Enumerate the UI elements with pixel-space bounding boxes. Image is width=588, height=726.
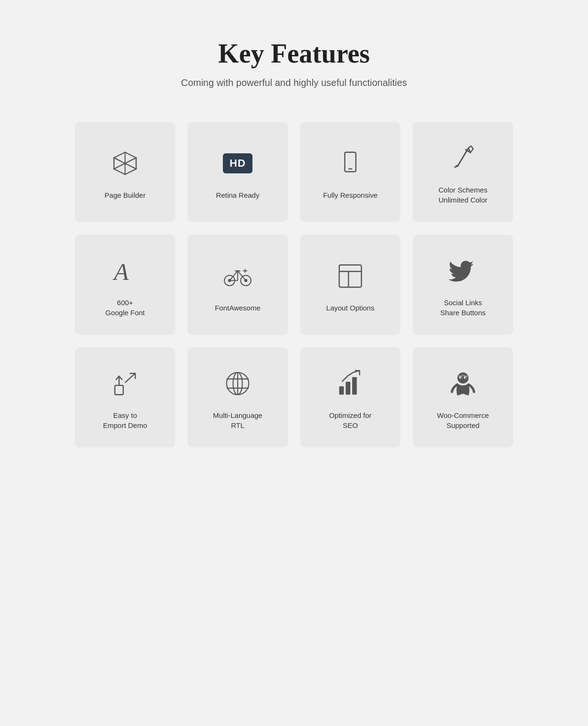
- feature-card-easy-import: Easy toEmport Demo: [75, 347, 175, 448]
- retina-ready-label: Retina Ready: [216, 190, 260, 200]
- multilanguage-label: Multi-LanguageRTL: [213, 410, 262, 430]
- feature-card-seo: Optimized forSEO: [300, 347, 400, 448]
- responsive-label: Fully Responsive: [323, 190, 378, 200]
- svg-rect-37: [346, 382, 350, 395]
- fontawesome-icon: [219, 257, 257, 295]
- feature-card-page-builder: Page Builder: [75, 122, 175, 222]
- woocommerce-label: Woo-CommerceSupported: [437, 410, 489, 430]
- woocommerce-icon: [444, 364, 482, 403]
- feature-card-woocommerce: Woo-CommerceSupported: [413, 347, 513, 448]
- responsive-icon: [331, 144, 369, 182]
- google-font-icon: A: [106, 252, 144, 290]
- layout-options-icon: [331, 257, 369, 295]
- svg-marker-4: [114, 158, 125, 169]
- svg-text:A: A: [113, 258, 129, 285]
- svg-marker-5: [125, 163, 136, 174]
- multilanguage-icon: [219, 364, 257, 403]
- svg-point-39: [457, 373, 468, 384]
- svg-marker-1: [125, 152, 136, 163]
- page-title: Key Features: [218, 38, 370, 69]
- google-font-label: 600+Google Font: [105, 298, 145, 318]
- svg-rect-36: [339, 386, 344, 395]
- svg-marker-2: [114, 152, 125, 163]
- color-schemes-label: Color SchemesUnlimited Color: [439, 185, 488, 205]
- svg-rect-28: [115, 385, 123, 395]
- seo-icon: [331, 364, 369, 403]
- retina-ready-icon: HD: [219, 144, 257, 182]
- fontawesome-label: FontAwesome: [215, 303, 261, 313]
- features-grid: Page Builder HD Retina Ready Fully Respo…: [75, 122, 513, 448]
- social-links-icon: [444, 252, 482, 290]
- feature-card-social-links: Social LinksShare Buttons: [413, 235, 513, 335]
- svg-marker-6: [114, 163, 125, 174]
- feature-card-color-schemes: Color SchemesUnlimited Color: [413, 122, 513, 222]
- svg-marker-3: [125, 158, 136, 169]
- social-links-label: Social LinksShare Buttons: [440, 298, 485, 318]
- color-schemes-icon: [444, 139, 482, 177]
- svg-point-42: [461, 377, 462, 378]
- layout-options-label: Layout Options: [326, 303, 375, 313]
- feature-card-fontawesome: FontAwesome: [188, 235, 288, 335]
- page-builder-icon: [106, 144, 144, 182]
- feature-card-retina-ready: HD Retina Ready: [188, 122, 288, 222]
- easy-import-label: Easy toEmport Demo: [103, 410, 147, 430]
- page-subtitle: Coming with powerful and highly useful f…: [181, 77, 407, 88]
- page-builder-label: Page Builder: [105, 190, 146, 200]
- easy-import-icon: [106, 364, 144, 403]
- feature-card-layout-options: Layout Options: [300, 235, 400, 335]
- feature-card-fully-responsive: Fully Responsive: [300, 122, 400, 222]
- feature-card-multilanguage: Multi-LanguageRTL: [188, 347, 288, 448]
- feature-card-google-font: A 600+Google Font: [75, 235, 175, 335]
- svg-rect-25: [339, 265, 362, 287]
- svg-point-43: [465, 377, 466, 378]
- svg-line-30: [125, 374, 135, 383]
- svg-rect-38: [352, 377, 357, 395]
- seo-label: Optimized forSEO: [329, 410, 371, 430]
